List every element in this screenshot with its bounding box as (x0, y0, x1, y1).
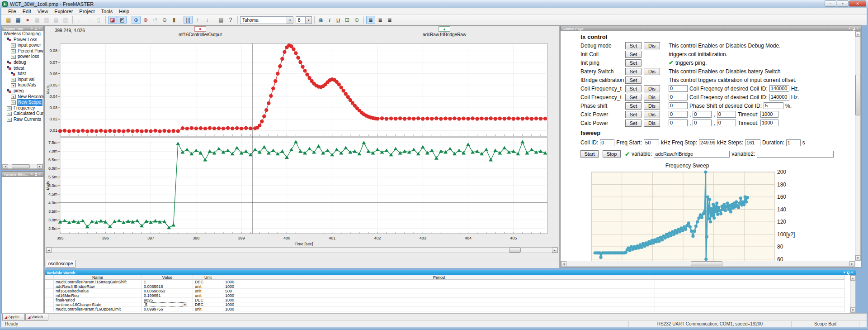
value-input[interactable]: 0 (669, 111, 688, 118)
align-center-icon[interactable]: ≣ (376, 16, 385, 24)
scroll-thumb[interactable] (12, 164, 30, 168)
scope-h-scrollbar[interactable]: ◄ ► (46, 247, 558, 253)
up-arrow-icon[interactable]: ↑ (193, 16, 202, 24)
table-row[interactable]: finalPeriod9825DEC1000 (45, 298, 856, 302)
chevron-down-icon[interactable]: ▾ (287, 17, 293, 24)
value-input[interactable]: 1000 (760, 111, 778, 118)
set-button[interactable]: Set (625, 77, 642, 84)
ruler-icon[interactable]: ||| (184, 16, 193, 24)
tree-item-input-power[interactable]: ∿input power (2, 43, 43, 48)
close-button[interactable]: × (849, 0, 866, 7)
tree-item-raw-currents[interactable]: ∿Raw Currents (2, 117, 43, 123)
stop-communication-icon[interactable]: ● (23, 16, 32, 24)
watch-value-cell[interactable]: 0.00698853 (142, 289, 193, 293)
zoom-out-icon[interactable]: ⊖ (160, 16, 169, 24)
pin-icon[interactable] (853, 28, 855, 30)
scroll-right-icon[interactable]: ► (849, 261, 855, 266)
tree-item-wireless-charging[interactable]: Wireless Charging (2, 31, 43, 37)
properties-icon[interactable]: ▤ (217, 16, 226, 24)
resize-grip[interactable] (859, 321, 867, 327)
start-button[interactable]: Start (580, 150, 599, 158)
pin-icon[interactable] (35, 173, 37, 176)
value-input[interactable]: 0 (669, 120, 688, 126)
scroll-thumb[interactable] (855, 75, 860, 115)
value-input[interactable]: 1000 (760, 120, 778, 126)
set-button[interactable]: Set (625, 59, 642, 67)
value-input[interactable]: 5 (764, 102, 783, 109)
scroll-up-icon[interactable]: ▲ (855, 32, 860, 37)
watch-v-scrollbar[interactable]: ▲ ▼ (850, 275, 856, 313)
table-row[interactable]: mudtControllerParam.i16IntegGainShift1DE… (45, 280, 856, 284)
dis-button[interactable]: Dis (644, 68, 660, 75)
maximize-button[interactable]: ▫ (837, 0, 849, 7)
value-input[interactable]: 161 (745, 139, 760, 146)
set-button[interactable]: Set (625, 51, 642, 58)
paste-icon[interactable]: ▤ (52, 16, 61, 24)
scroll-left-icon[interactable]: ◄ (46, 248, 52, 253)
copy-icon[interactable]: ▥ (42, 16, 51, 24)
set-button[interactable]: Set (625, 85, 642, 92)
value-input[interactable]: 0 (693, 120, 712, 126)
menu-item-edit[interactable]: Edit (19, 8, 34, 15)
down-arrow-icon[interactable]: ↓ (203, 16, 212, 24)
collapse-icon[interactable]: ▾ (848, 27, 852, 31)
font-size-combo[interactable]: 8▾ (296, 16, 312, 24)
tree-item-pireg[interactable]: pireg (2, 88, 43, 94)
table-row[interactable]: mf16MinReg0.199951unit1000 (45, 293, 856, 298)
value-input[interactable]: 0 (600, 139, 614, 146)
value-input[interactable]: 0 (717, 111, 736, 118)
dis-button[interactable]: Dis (644, 111, 660, 118)
close-icon[interactable]: × (855, 27, 859, 31)
menu-item-view[interactable]: View (34, 8, 52, 15)
help-pointer-icon[interactable]: ? (226, 16, 235, 24)
undo-zoom-icon[interactable]: ↺ (151, 16, 160, 24)
insert-object-icon[interactable]: ⊙ (352, 16, 361, 24)
scroll-thumb[interactable] (509, 248, 521, 253)
value-input[interactable]: adcRaw.frIBridge (654, 151, 730, 158)
close-icon[interactable]: × (38, 27, 42, 31)
tree-item-power-loss[interactable]: ∿power loss (2, 54, 43, 60)
menu-item-project[interactable]: Project (76, 8, 98, 15)
value-input[interactable]: 249.99 (699, 139, 715, 146)
reload-icon[interactable]: ▯ (94, 16, 103, 24)
print-icon[interactable]: ▧ (61, 16, 70, 24)
set-button[interactable]: Set (625, 42, 642, 49)
tree-item-new-scope[interactable]: ∿New Scope (2, 100, 43, 105)
scroll-left-icon[interactable]: ◄ (3, 164, 8, 168)
scroll-thumb[interactable] (691, 261, 722, 266)
forward-icon[interactable]: → (85, 16, 94, 24)
save-icon[interactable]: ▦ (14, 16, 23, 24)
tree-h-scrollbar[interactable]: ◄ ► (2, 164, 43, 169)
value-input[interactable] (757, 151, 834, 158)
collapse-icon[interactable]: ▾ (842, 271, 846, 275)
watch-value-cell[interactable]: 5▼ (142, 302, 193, 307)
tab-applic[interactable]: ◢Applic... (2, 314, 25, 320)
zoom-in-icon[interactable]: ⊕ (132, 16, 141, 24)
scroll-right-icon[interactable]: ► (37, 164, 42, 168)
scroll-left-icon[interactable]: ◄ (561, 261, 566, 266)
set-button[interactable]: Set (625, 68, 642, 75)
table-row[interactable]: mf16DesiredValue0.00698853unit500 (45, 289, 856, 293)
collapse-icon[interactable]: ▾ (30, 27, 34, 31)
legend-series1[interactable]: ● mf16ControllerOutput (179, 26, 222, 37)
scroll-down-icon[interactable]: ▼ (850, 307, 855, 312)
watch-value-cell[interactable]: 0.199951 (142, 293, 193, 298)
dis-button[interactable]: Dis (644, 94, 660, 101)
scope-plot[interactable]: 0.080.070.060.050.040.030.020.01IAxis7.5… (45, 38, 559, 247)
pin-icon[interactable] (35, 28, 37, 30)
tree-item-inputvals[interactable]: ●InputVals (2, 82, 43, 88)
italic-button[interactable]: I (326, 16, 334, 24)
watch-value-cell[interactable]: 0.0999756 (142, 307, 193, 311)
dis-button[interactable]: Dis (644, 85, 660, 92)
control-page-h-scrollbar[interactable]: ◄ ► (561, 261, 855, 267)
align-left-icon[interactable]: ≣ (366, 16, 375, 24)
tree-item-txtst[interactable]: txtst (2, 71, 43, 77)
tree-item-frequency[interactable]: ∿Frequency (2, 105, 43, 111)
tab-variab[interactable]: ◢Variab... (25, 314, 48, 320)
tab-oscilloscope[interactable]: oscilloscope (46, 260, 75, 268)
tree-item-debug[interactable]: debug (2, 60, 43, 66)
chevron-down-icon[interactable]: ▾ (305, 17, 311, 24)
value-input[interactable]: 140000 (769, 94, 789, 100)
back-icon[interactable]: ← (75, 16, 84, 24)
value-input[interactable]: 1 (786, 139, 801, 146)
